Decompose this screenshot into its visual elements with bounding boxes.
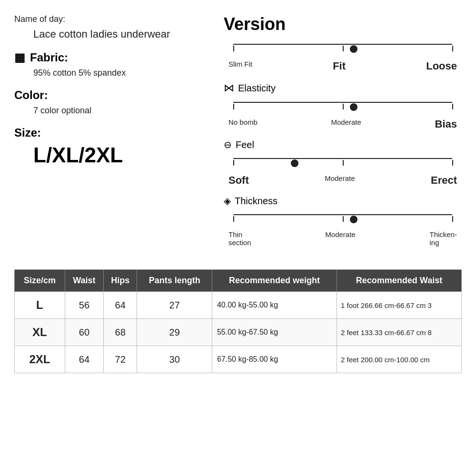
thickness-text: Thickness — [235, 196, 278, 207]
cell-hips: 72 — [103, 346, 137, 373]
table-header-row: Size/cm Waist Hips Pants length Recommen… — [15, 270, 462, 292]
fabric-header: ▦ Fabric: — [14, 51, 205, 64]
version-track — [233, 44, 452, 45]
feel-section: ⊖ Feel Soft Moderate Erect — [224, 139, 462, 187]
cell-size: 2XL — [15, 346, 65, 373]
cell-size: L — [15, 292, 65, 319]
col-rec-weight: Recommended weight — [212, 270, 337, 292]
version-slider — [224, 39, 462, 58]
cell-size: XL — [15, 319, 65, 346]
version-slider-section: Slim Fit Fit Loose — [224, 39, 462, 72]
table-row: L 56 64 27 40.00 kg-55.00 kg 1 foot 266.… — [15, 292, 462, 319]
version-label-fit: Fit — [333, 60, 346, 72]
e-label-bias: Bias — [435, 118, 457, 130]
t-label-thick: Thicken-ing — [429, 230, 457, 247]
left-panel: Name of day: Lace cotton ladies underwea… — [14, 14, 214, 255]
size-label: Size: — [14, 126, 41, 139]
cell-waist: 56 — [65, 292, 103, 319]
t-tick-mid — [343, 216, 344, 222]
version-label-slim: Slim Fit — [228, 60, 252, 72]
elasticity-track — [233, 102, 452, 103]
e-label-no: No bomb — [228, 118, 258, 130]
feel-slider — [224, 153, 462, 172]
e-tick-right — [452, 104, 453, 109]
thickness-track — [233, 214, 452, 215]
cell-hips: 64 — [103, 292, 137, 319]
t-label-mod: Moderate — [325, 230, 355, 247]
col-hips: Hips — [103, 270, 137, 292]
f-label-soft: Soft — [228, 174, 249, 187]
thickness-dot — [350, 216, 357, 223]
cell-pants-length: 29 — [137, 319, 212, 346]
elasticity-labels: No bomb Moderate Bias — [224, 118, 462, 130]
cell-hips: 68 — [103, 319, 137, 346]
feel-dot — [291, 159, 298, 167]
col-pants-length: Pants length — [137, 270, 212, 292]
e-label-mod: Moderate — [331, 118, 361, 130]
version-label-loose: Loose — [426, 60, 457, 72]
cell-pants-length: 30 — [137, 346, 212, 373]
f-tick-mid — [343, 160, 344, 166]
feel-icon: ⊖ — [224, 139, 232, 150]
feel-labels: Soft Moderate Erect — [224, 174, 462, 187]
cell-rec-weight: 67.50 kg-85.00 kg — [212, 346, 337, 373]
elasticity-slider — [224, 97, 462, 116]
col-size: Size/cm — [15, 270, 65, 292]
elasticity-label: ⋈ Elasticity — [224, 82, 462, 94]
fabric-label: Fabric: — [30, 51, 68, 64]
cell-waist: 64 — [65, 346, 103, 373]
table-row: XL 60 68 29 55.00 kg-67.50 kg 2 feet 133… — [15, 319, 462, 346]
fabric-value: 95% cotton 5% spandex — [33, 68, 205, 78]
elasticity-text: Elasticity — [238, 83, 276, 94]
e-tick-left — [233, 104, 234, 109]
tick-right — [452, 46, 453, 51]
color-label: Color: — [14, 89, 48, 102]
product-name: Lace cotton ladies underwear — [33, 28, 205, 40]
feel-text: Feel — [236, 139, 254, 150]
color-value: 7 color optional — [33, 106, 205, 116]
thickness-section: ◈ Thickness Thinsection Moderate Thicken… — [224, 195, 462, 247]
elasticity-icon: ⋈ — [224, 82, 234, 94]
f-tick-right — [452, 160, 453, 166]
fabric-icon: ▦ — [14, 51, 25, 64]
right-panel: Version Slim Fit Fit Loose ⋈ — [224, 14, 462, 255]
t-label-thin: Thinsection — [228, 230, 251, 247]
cell-waist: 60 — [65, 319, 103, 346]
thickness-icon: ◈ — [224, 195, 231, 207]
size-table: Size/cm Waist Hips Pants length Recommen… — [14, 269, 462, 373]
version-dot — [350, 45, 357, 53]
thickness-slider — [224, 209, 462, 228]
col-rec-waist: Recommended Waist — [337, 270, 462, 292]
f-label-erect: Erect — [431, 174, 457, 187]
col-waist: Waist — [65, 270, 103, 292]
table-row: 2XL 64 72 30 67.50 kg-85.00 kg 2 feet 20… — [15, 346, 462, 373]
cell-pants-length: 27 — [137, 292, 212, 319]
tick-mid — [343, 46, 344, 51]
cell-rec-weight: 40.00 kg-55.00 kg — [212, 292, 337, 319]
elasticity-dot — [350, 103, 357, 111]
color-header: Color: — [14, 89, 205, 102]
name-of-day-label: Name of day: — [14, 14, 205, 24]
cell-rec-weight: 55.00 kg-67.50 kg — [212, 319, 337, 346]
cell-rec-waist: 2 feet 200.00 cm-100.00 cm — [337, 346, 462, 373]
elasticity-section: ⋈ Elasticity No bomb Moderate Bias — [224, 82, 462, 130]
feel-track — [233, 158, 452, 159]
thickness-label: ◈ Thickness — [224, 195, 462, 207]
cell-rec-waist: 2 feet 133.33 cm-66.67 cm 8 — [337, 319, 462, 346]
t-tick-left — [233, 216, 234, 222]
e-tick-mid — [343, 104, 344, 109]
version-labels: Slim Fit Fit Loose — [224, 60, 462, 72]
f-tick-left — [233, 160, 234, 166]
size-value: L/XL/2XL — [33, 143, 205, 167]
feel-label: ⊖ Feel — [224, 139, 462, 150]
f-label-mod: Moderate — [325, 174, 355, 187]
thickness-labels: Thinsection Moderate Thicken-ing — [224, 230, 462, 247]
size-header: Size: — [14, 126, 205, 139]
version-title: Version — [224, 14, 462, 34]
t-tick-right — [452, 216, 453, 222]
cell-rec-waist: 1 foot 266.66 cm-66.67 cm 3 — [337, 292, 462, 319]
tick-left — [233, 46, 234, 51]
